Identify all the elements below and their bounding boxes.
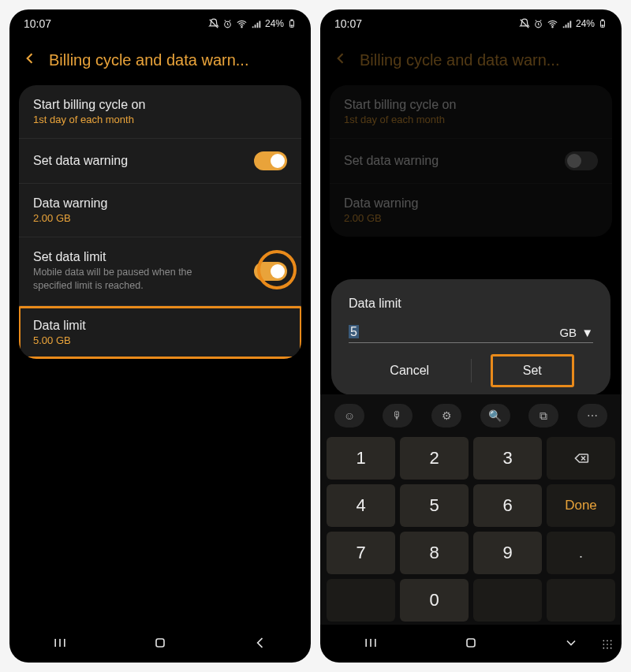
dialog-title: Data limit — [349, 297, 593, 311]
phone-left: 10:07 24% Billing cycle and data warn... — [9, 9, 311, 663]
row-sub: 1st day of each month — [344, 114, 598, 125]
key-9[interactable]: 9 — [473, 532, 542, 574]
nav-bar — [320, 626, 622, 663]
search-icon[interactable]: 🔍 — [480, 404, 510, 427]
status-time: 10:07 — [334, 17, 362, 30]
status-right: 24% — [208, 18, 297, 30]
svg-point-20 — [610, 648, 612, 649]
status-bar: 10:07 24% — [9, 9, 311, 33]
cancel-button[interactable]: Cancel — [349, 354, 471, 387]
row-sub: 1st day of each month — [33, 114, 287, 125]
wifi-icon — [547, 18, 558, 30]
svg-rect-3 — [291, 20, 293, 21]
key-blank — [473, 579, 542, 622]
row-label: Start billing cycle on — [344, 98, 598, 112]
row-sub: 5.00 GB — [33, 334, 287, 346]
row-set-data-warning[interactable]: Set data warning — [19, 138, 301, 183]
set-button-label: Set — [523, 364, 542, 377]
svg-rect-10 — [602, 25, 604, 27]
key-1[interactable]: 1 — [327, 437, 395, 480]
svg-point-17 — [610, 644, 612, 645]
row-data-limit[interactable]: Data limit 5.00 GB — [19, 305, 301, 359]
key-blank — [547, 579, 615, 622]
emoji-icon[interactable]: ☺ — [334, 404, 364, 427]
row-label: Data warning — [344, 196, 598, 211]
svg-point-7 — [552, 26, 553, 27]
key-backspace[interactable] — [547, 437, 615, 480]
svg-point-15 — [603, 644, 604, 645]
svg-rect-4 — [291, 25, 293, 27]
row-data-warning[interactable]: Data warning 2.00 GB — [19, 183, 301, 237]
settings-card: Start billing cycle on 1st day of each m… — [19, 85, 301, 359]
status-right: 24% — [519, 18, 607, 30]
svg-point-19 — [607, 648, 608, 649]
svg-point-12 — [603, 640, 604, 641]
wifi-icon — [236, 18, 248, 30]
nav-home[interactable] — [152, 635, 168, 654]
dialog-input-row: 5 GB ▼ — [349, 325, 593, 343]
nav-bar — [9, 626, 311, 663]
svg-point-18 — [603, 648, 604, 649]
notification-mute-icon — [208, 18, 219, 29]
more-icon[interactable]: ⋯ — [577, 404, 607, 427]
row-set-data-warning: Set data warning — [330, 138, 612, 183]
page-header: Billing cycle and data warn... — [320, 33, 622, 85]
row-billing-cycle: Start billing cycle on 1st day of each m… — [330, 85, 612, 138]
row-billing-cycle[interactable]: Start billing cycle on 1st day of each m… — [19, 85, 301, 138]
set-button[interactable]: Set — [472, 354, 594, 387]
svg-point-13 — [607, 640, 608, 641]
key-6[interactable]: 6 — [473, 484, 542, 527]
row-label: Start billing cycle on — [33, 98, 287, 112]
battery-text: 24% — [265, 18, 284, 29]
svg-rect-11 — [467, 639, 475, 647]
notification-mute-icon — [519, 18, 530, 29]
voice-icon[interactable]: 🎙 — [383, 404, 413, 427]
status-time: 10:07 — [24, 17, 51, 30]
row-label: Data limit — [33, 319, 287, 333]
battery-text: 24% — [576, 18, 595, 29]
toggle-data-limit[interactable] — [254, 262, 287, 281]
key-7[interactable]: 7 — [327, 532, 395, 574]
alarm-icon — [533, 19, 543, 29]
unit-dropdown[interactable]: GB ▼ — [559, 326, 593, 339]
keyboard-toolbar: ☺ 🎙 ⚙ 🔍 ⧉ ⋯ — [323, 399, 618, 434]
row-sub: 2.00 GB — [344, 212, 598, 224]
phone-right: 10:07 24% Billing cycle and data warn...… — [320, 9, 622, 663]
key-5[interactable]: 5 — [400, 484, 469, 527]
row-sub: 2.00 GB — [33, 212, 287, 224]
keyboard-collapse-icon[interactable] — [601, 638, 614, 653]
row-set-data-limit[interactable]: Set data limit Mobile data will be pause… — [19, 237, 301, 305]
svg-rect-5 — [156, 639, 164, 647]
nav-recents[interactable] — [363, 635, 379, 654]
key-done[interactable]: Done — [547, 484, 615, 527]
row-desc: Mobile data will be paused when the spec… — [33, 266, 207, 293]
data-limit-input[interactable]: 5 — [349, 325, 550, 339]
signal-icon — [562, 18, 573, 29]
nav-back[interactable] — [252, 635, 268, 654]
unit-label: GB — [559, 326, 577, 339]
nav-recents[interactable] — [52, 635, 68, 654]
key-3[interactable]: 3 — [473, 437, 542, 480]
back-button[interactable] — [22, 50, 38, 69]
key-0[interactable]: 0 — [400, 579, 469, 622]
status-bar: 10:07 24% — [320, 9, 622, 33]
key-4[interactable]: 4 — [327, 484, 395, 527]
back-button[interactable] — [333, 50, 349, 69]
page-header: Billing cycle and data warn... — [9, 33, 311, 85]
settings-icon[interactable]: ⚙ — [431, 404, 461, 427]
key-dot[interactable]: . — [547, 532, 615, 574]
translate-icon[interactable]: ⧉ — [528, 404, 558, 427]
svg-point-14 — [610, 640, 612, 641]
nav-home[interactable] — [463, 635, 479, 654]
dialog-actions: Cancel Set — [349, 354, 593, 387]
nav-hide-keyboard[interactable] — [563, 635, 579, 654]
keypad-grid: 1 2 3 4 5 6 Done 7 8 9 . 0 — [323, 434, 618, 625]
battery-icon — [598, 18, 607, 29]
svg-point-1 — [241, 26, 242, 27]
key-8[interactable]: 8 — [400, 532, 469, 574]
key-blank — [327, 579, 395, 622]
toggle-data-warning[interactable] — [254, 151, 287, 170]
key-2[interactable]: 2 — [400, 437, 469, 480]
svg-rect-9 — [602, 20, 603, 21]
toggle-data-warning — [565, 151, 598, 170]
